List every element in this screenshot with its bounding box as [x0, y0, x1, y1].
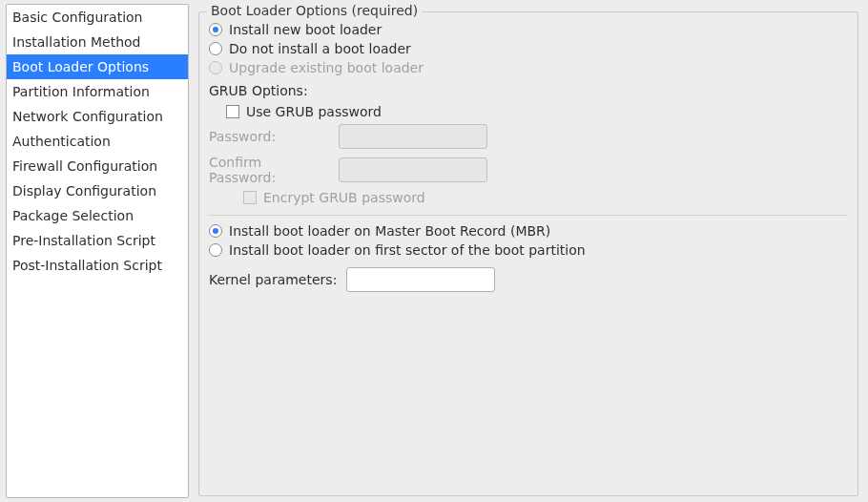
- password-input: [339, 124, 487, 149]
- checkbox-use-grub-password[interactable]: Use GRUB password: [209, 102, 848, 121]
- radio-upgrade-existing-input: [209, 61, 222, 74]
- confirm-password-input: [339, 157, 487, 182]
- divider: [209, 215, 848, 216]
- radio-location-first-sector-input[interactable]: [209, 243, 222, 257]
- kernel-parameters-label: Kernel parameters:: [209, 272, 337, 287]
- confirm-password-label: Confirm Password:: [209, 155, 329, 185]
- sidebar-item-installation-method[interactable]: Installation Method: [7, 30, 188, 54]
- radio-location-mbr-input[interactable]: [209, 224, 222, 238]
- radio-do-not-install-input[interactable]: [209, 42, 222, 55]
- password-row: Password:: [209, 121, 848, 152]
- checkbox-encrypt-grub-password-label: Encrypt GRUB password: [263, 190, 425, 205]
- sidebar-item-pre-installation-script[interactable]: Pre-Installation Script: [7, 228, 188, 253]
- sidebar-item-basic-configuration[interactable]: Basic Configuration: [7, 5, 188, 30]
- radio-install-new-label: Install new boot loader: [229, 22, 382, 37]
- password-label: Password:: [209, 129, 329, 144]
- radio-location-first-sector[interactable]: Install boot loader on first sector of t…: [209, 241, 848, 260]
- app-root: Basic Configuration Installation Method …: [0, 0, 868, 502]
- radio-install-new[interactable]: Install new boot loader: [209, 20, 848, 39]
- radio-location-mbr-label: Install boot loader on Master Boot Recor…: [229, 223, 550, 239]
- sidebar-item-post-installation-script[interactable]: Post-Installation Script: [7, 253, 188, 278]
- checkbox-use-grub-password-input[interactable]: [226, 105, 239, 118]
- radio-do-not-install[interactable]: Do not install a boot loader: [209, 39, 848, 58]
- sidebar-item-network-configuration[interactable]: Network Configuration: [7, 104, 188, 129]
- radio-upgrade-existing-label: Upgrade existing boot loader: [229, 60, 424, 75]
- sidebar-item-package-selection[interactable]: Package Selection: [7, 203, 188, 228]
- sidebar-item-authentication[interactable]: Authentication: [7, 129, 188, 154]
- group-title: Boot Loader Options (required): [207, 3, 422, 18]
- sidebar-item-display-configuration[interactable]: Display Configuration: [7, 178, 188, 203]
- confirm-password-row: Confirm Password:: [209, 152, 848, 188]
- kernel-parameters-row: Kernel parameters:: [209, 267, 848, 292]
- checkbox-use-grub-password-label: Use GRUB password: [246, 104, 382, 119]
- radio-do-not-install-label: Do not install a boot loader: [229, 41, 411, 56]
- sidebar-nav: Basic Configuration Installation Method …: [6, 4, 189, 498]
- kernel-parameters-input[interactable]: [346, 267, 495, 292]
- grub-options-label: GRUB Options:: [209, 83, 848, 98]
- main-panel: Boot Loader Options (required) Install n…: [189, 4, 864, 498]
- checkbox-encrypt-grub-password: Encrypt GRUB password: [209, 188, 848, 207]
- radio-location-mbr[interactable]: Install boot loader on Master Boot Recor…: [209, 221, 848, 241]
- radio-install-new-input[interactable]: [209, 23, 222, 36]
- sidebar-item-boot-loader-options[interactable]: Boot Loader Options: [7, 54, 188, 79]
- radio-upgrade-existing: Upgrade existing boot loader: [209, 58, 848, 77]
- sidebar-item-partition-information[interactable]: Partition Information: [7, 79, 188, 104]
- sidebar-item-firewall-configuration[interactable]: Firewall Configuration: [7, 154, 188, 178]
- radio-location-first-sector-label: Install boot loader on first sector of t…: [229, 242, 586, 258]
- checkbox-encrypt-grub-password-input: [243, 191, 257, 204]
- boot-loader-options-group: Boot Loader Options (required) Install n…: [198, 11, 858, 496]
